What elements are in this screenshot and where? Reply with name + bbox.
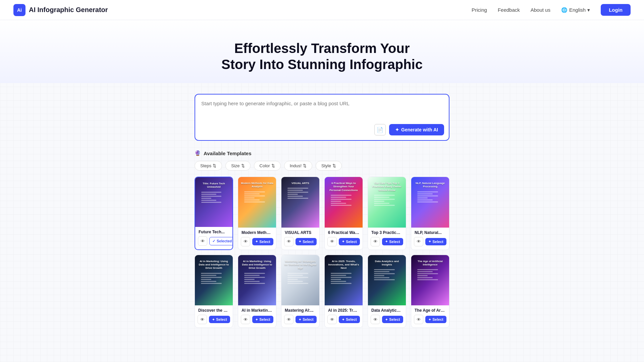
generate-button[interactable]: ✦ Generate with AI (389, 124, 444, 135)
card-thumb-title: AI in 2025: Trends, Innovations, and Wha… (327, 260, 360, 270)
sparkle-icon: ✦ (255, 318, 258, 321)
select-button[interactable]: ✦ Select (209, 316, 230, 323)
chevron-icon: ⇅ (241, 163, 245, 168)
preview-button[interactable]: 👁 (241, 315, 250, 324)
select-button[interactable]: ✦ Select (425, 238, 446, 245)
preview-button[interactable]: 👁 (414, 315, 423, 324)
card-thumb-title: AI in Marketing: Using Data and Intellig… (198, 260, 230, 270)
chevron-icon: ⇅ (303, 163, 307, 168)
nav-links: Pricing Feedback About us 🌐 English ▾ Lo… (472, 4, 631, 16)
card-thumb-title: AI in Marketing: Using Data and Intellig… (241, 260, 273, 270)
nav-pricing[interactable]: Pricing (472, 7, 487, 13)
sparkle-icon: ✦ (255, 240, 258, 243)
template-card-12[interactable]: The Age of Artificial IntelligenceThe Ag… (411, 255, 449, 328)
template-card-4[interactable]: 6 Practical Ways to Strengthen Your Pers… (324, 177, 363, 250)
template-card-7[interactable]: AI in Marketing: Using Data and Intellig… (195, 255, 233, 328)
preview-button[interactable]: 👁 (327, 237, 337, 246)
preview-button[interactable]: 👁 (371, 237, 380, 246)
select-button[interactable]: ✦ Select (252, 316, 273, 323)
filter-size[interactable]: Size ⇅ (225, 161, 250, 171)
card-title: NLP, Natural... (415, 230, 446, 235)
filter-industry[interactable]: Indus! ⇅ (284, 161, 312, 171)
nav-about[interactable]: About us (531, 7, 550, 13)
sparkle-icon: ✦ (342, 318, 344, 321)
select-button[interactable]: ✦ Select (382, 238, 403, 245)
card-thumb-title: The Age of Artificial Intelligence (414, 260, 446, 267)
preview-button[interactable]: 👁 (284, 315, 293, 324)
globe-icon: 🌐 (561, 7, 568, 13)
nav-feedback[interactable]: Feedback (498, 7, 520, 13)
card-thumb-title: Data Analytics and Insights (371, 260, 403, 267)
sparkle-icon: ✦ (385, 318, 388, 321)
template-card-8[interactable]: AI in Marketing: Using Data and Intellig… (238, 255, 276, 328)
input-actions: 📄 ✦ Generate with AI (374, 124, 444, 135)
card-title: AI in Marketing:... (241, 308, 273, 313)
preview-button[interactable]: 👁 (414, 237, 423, 246)
filter-steps[interactable]: Steps ⇅ (195, 161, 222, 171)
template-card-2[interactable]: Modern Methods for Data AnalysisModern M… (238, 177, 276, 250)
hero-title: Effortlessly Transform Your Story Into S… (7, 40, 637, 72)
generate-label: Generate with AI (401, 127, 438, 132)
card-thumb-title: NLP, Natural Language Processing (414, 182, 446, 189)
card-title: 6 Practical Ways t... (328, 230, 359, 235)
card-title: Discover the Hidde... (198, 308, 229, 313)
login-button[interactable]: Login (601, 4, 631, 16)
chevron-icon: ⇅ (332, 163, 336, 168)
logo-text: AI Infographic Generator (29, 6, 108, 14)
sparkle-icon: ✦ (299, 318, 301, 321)
card-title: Mastering AI:... (285, 308, 316, 313)
language-selector[interactable]: 🌐 English ▾ (561, 7, 590, 13)
file-icon: 📄 (377, 127, 383, 133)
select-button[interactable]: ✦ Select (339, 316, 360, 323)
select-button[interactable]: ✦ Select (425, 316, 446, 323)
select-button[interactable]: ✦ Select (382, 316, 403, 323)
filter-style[interactable]: Style ⇅ (316, 161, 342, 171)
select-button[interactable]: ✦ Select (296, 316, 317, 323)
preview-button[interactable]: 👁 (371, 315, 380, 324)
card-title: Future Tech... (199, 230, 229, 234)
chevron-down-icon: ▾ (587, 7, 590, 13)
template-card-5[interactable]: Cat Care Tips Top 3 Practices Every Owne… (368, 177, 406, 250)
logo[interactable]: Ai AI Infographic Generator (13, 4, 108, 16)
card-thumb-title: Mastering AI: Strategies for Success in … (284, 260, 317, 270)
card-title: VISUAL ARTS (285, 230, 316, 235)
select-button[interactable]: ✦ Select (296, 238, 317, 245)
select-button[interactable]: ✦ Select (339, 238, 360, 245)
filter-color[interactable]: Color ⇅ (254, 161, 281, 171)
card-thumb-title: Modern Methods for Data Analysis (241, 182, 273, 189)
template-card-6[interactable]: NLP, Natural Language ProcessingNLP, Nat… (411, 177, 449, 250)
preview-button[interactable]: 👁 (241, 237, 250, 246)
generate-input-box: 📄 ✦ Generate with AI (195, 94, 449, 141)
sparkle-icon: ✦ (212, 318, 215, 321)
templates-grid: Title: Future Tech UnleashedFuture Tech.… (195, 177, 449, 328)
template-card-1[interactable]: Title: Future Tech UnleashedFuture Tech.… (195, 177, 233, 250)
upload-file-button[interactable]: 📄 (374, 124, 386, 135)
sparkle-icon: ✦ (342, 240, 344, 243)
card-title: The Age of Artifica... (415, 308, 446, 313)
check-icon: ✓ (212, 239, 215, 243)
card-thumb-title: 6 Practical Ways to Strengthen Your Pers… (327, 182, 360, 192)
preview-button[interactable]: 👁 (327, 315, 337, 324)
chevron-icon: ⇅ (271, 163, 275, 168)
template-card-3[interactable]: VISUAL ARTSVISUAL ARTS👁✦ Select (281, 177, 320, 250)
template-icon: 🔮 (195, 150, 201, 156)
template-card-11[interactable]: Data Analytics and InsightsData Analytic… (368, 255, 406, 328)
sparkle-icon: ✦ (428, 318, 431, 321)
selected-button[interactable]: ✓ Selected (209, 237, 233, 245)
sparkle-icon: ✦ (428, 240, 431, 243)
card-thumb-title: Cat Care Tips Top 3 Practices Every Owne… (371, 182, 403, 192)
preview-button[interactable]: 👁 (284, 237, 293, 246)
template-card-10[interactable]: AI in 2025: Trends, Innovations, and Wha… (324, 255, 363, 328)
preview-button[interactable]: 👁 (198, 236, 207, 246)
generate-textarea[interactable] (201, 101, 443, 121)
preview-button[interactable]: 👁 (198, 315, 207, 324)
card-thumb-title: VISUAL ARTS (291, 182, 309, 185)
template-card-9[interactable]: Mastering AI: Strategies for Success in … (281, 255, 320, 328)
chevron-icon: ⇅ (213, 163, 216, 168)
sparkle-icon: ✦ (299, 240, 301, 243)
logo-icon: Ai (13, 4, 25, 16)
hero-section: Effortlessly Transform Your Story Into S… (0, 20, 644, 83)
select-button[interactable]: ✦ Select (252, 238, 273, 245)
language-label: English (569, 7, 586, 13)
card-title: Modern Methods f... (241, 230, 273, 235)
